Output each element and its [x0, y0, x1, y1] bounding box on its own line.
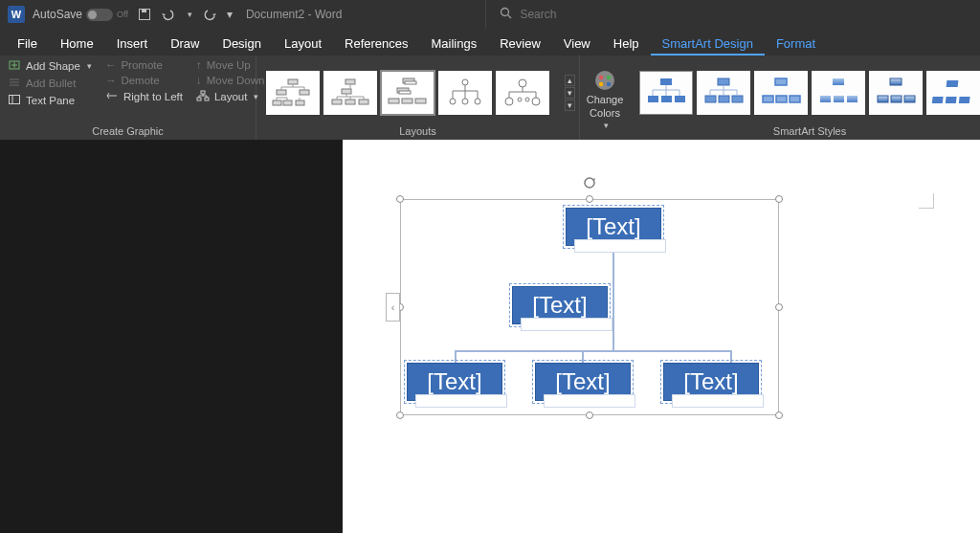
rotate-handle-icon[interactable] [582, 175, 597, 190]
smartart-node-child-3[interactable]: [Text] [663, 363, 759, 401]
svg-rect-69 [946, 97, 957, 103]
save-icon[interactable] [138, 8, 151, 21]
tab-review[interactable]: Review [488, 32, 552, 56]
document-title: Document2 - Word [246, 8, 342, 21]
connector [455, 350, 457, 364]
gallery-up-arrow-icon[interactable]: ▴ [565, 75, 575, 86]
app-icon: W [8, 6, 25, 23]
smartart-node-child-1[interactable]: [Text] [407, 363, 502, 401]
resize-handle[interactable] [396, 195, 404, 203]
group-label-create-graphic: Create Graphic [8, 125, 248, 139]
change-colors-button[interactable]: Change Colors ▾ [588, 59, 622, 139]
svg-point-42 [595, 71, 614, 90]
resize-handle[interactable] [775, 195, 783, 203]
text-pane-button[interactable]: Text Pane [8, 94, 92, 107]
smartart-node-root[interactable]: [Text] [566, 208, 661, 246]
tab-layout[interactable]: Layout [273, 32, 333, 56]
autosave-toggle[interactable]: AutoSave Off [33, 8, 128, 21]
svg-rect-70 [959, 97, 970, 103]
undo-icon[interactable] [161, 8, 176, 21]
tab-view[interactable]: View [552, 32, 602, 56]
tab-smartart-design[interactable]: SmartArt Design [651, 32, 765, 56]
gallery-down-arrow-icon[interactable]: ▾ [565, 87, 575, 99]
right-to-left-label: Right to Left [123, 91, 183, 102]
right-to-left-icon [105, 90, 119, 103]
tab-design[interactable]: Design [212, 32, 273, 56]
move-down-button: ↓ Move Down [196, 75, 264, 86]
add-shape-icon [8, 59, 21, 73]
smartart-frame[interactable]: ‹ [Text] [Text] [Text] [400, 199, 779, 415]
smartart-node-subtitle[interactable] [544, 394, 635, 408]
style-option-4[interactable] [812, 71, 865, 115]
tab-insert[interactable]: Insert [105, 32, 160, 56]
style-option-1[interactable] [639, 71, 693, 115]
resize-handle[interactable] [396, 411, 404, 419]
svg-rect-1 [142, 10, 146, 13]
smartart-node-text[interactable]: [Text] [555, 368, 610, 395]
style-option-6[interactable] [926, 71, 980, 115]
smartart-node-assistant[interactable]: [Text] [512, 286, 608, 324]
toggle-switch-icon[interactable] [86, 9, 113, 21]
layout-option-1[interactable] [266, 71, 320, 115]
tab-draw[interactable]: Draw [159, 32, 211, 56]
tab-home[interactable]: Home [49, 32, 105, 56]
smartart-node-subtitle[interactable] [672, 394, 764, 408]
layout-option-3-selected[interactable] [381, 71, 434, 115]
smartart-node-child-2[interactable]: [Text] [535, 363, 631, 401]
change-colors-dropdown-icon[interactable]: ▾ [604, 121, 609, 130]
svg-rect-19 [283, 100, 292, 105]
svg-point-36 [475, 99, 480, 104]
smartart-node-text[interactable]: [Text] [427, 368, 481, 395]
svg-point-45 [599, 81, 603, 85]
svg-point-37 [519, 79, 526, 87]
svg-rect-10 [10, 96, 20, 104]
tab-help[interactable]: Help [602, 32, 651, 56]
document-workspace[interactable]: ‹ [Text] [Text] [Text] [0, 140, 980, 533]
smartart-node-subtitle[interactable] [574, 239, 666, 253]
search-box[interactable] [485, 0, 772, 29]
search-input[interactable] [520, 8, 730, 21]
tab-references[interactable]: References [333, 32, 419, 56]
qat-customize-icon[interactable]: ▾ [227, 8, 233, 21]
svg-rect-60 [820, 96, 831, 102]
tab-mailings[interactable]: Mailings [420, 32, 489, 56]
style-option-5[interactable] [869, 71, 923, 115]
svg-point-43 [599, 75, 603, 78]
svg-rect-15 [288, 79, 298, 84]
smartart-node-subtitle[interactable] [521, 318, 612, 331]
layout-option-4[interactable] [438, 71, 492, 115]
tab-file[interactable]: File [6, 32, 49, 56]
layout-option-5[interactable] [496, 71, 549, 115]
add-shape-button[interactable]: Add Shape ▾ [8, 59, 92, 73]
svg-point-34 [450, 99, 456, 104]
redo-icon[interactable] [202, 8, 217, 21]
svg-point-44 [607, 75, 611, 78]
resize-handle[interactable] [775, 411, 783, 419]
text-pane-expand-tab[interactable]: ‹ [386, 293, 400, 322]
svg-point-2 [501, 9, 509, 16]
tab-format[interactable]: Format [765, 32, 827, 56]
svg-rect-23 [332, 100, 342, 104]
smartart-node-text[interactable]: [Text] [532, 292, 587, 319]
layout-gallery[interactable] [264, 69, 551, 117]
document-page[interactable]: ‹ [Text] [Text] [Text] [343, 140, 980, 533]
resize-handle[interactable] [586, 411, 593, 419]
resize-handle[interactable] [775, 303, 783, 311]
svg-rect-66 [904, 96, 915, 102]
style-gallery[interactable] [637, 69, 980, 117]
layout-option-2[interactable] [323, 71, 377, 115]
resize-handle[interactable] [586, 195, 593, 203]
autosave-label: AutoSave [33, 8, 82, 21]
change-colors-label-2: Colors [590, 107, 620, 119]
gallery-more-icon[interactable]: ▾ [565, 100, 575, 111]
style-option-2[interactable] [697, 71, 750, 115]
smartart-node-subtitle[interactable] [415, 394, 507, 408]
layout-button[interactable]: Layout ▾ [196, 90, 264, 103]
add-shape-dropdown-icon[interactable]: ▾ [87, 61, 92, 71]
right-to-left-button[interactable]: Right to Left [105, 90, 183, 103]
change-colors-icon [592, 69, 617, 92]
smartart-node-text[interactable]: [Text] [683, 368, 738, 395]
smartart-node-text[interactable]: [Text] [586, 213, 640, 240]
undo-dropdown-icon[interactable]: ▾ [188, 10, 192, 19]
style-option-3[interactable] [754, 71, 808, 115]
